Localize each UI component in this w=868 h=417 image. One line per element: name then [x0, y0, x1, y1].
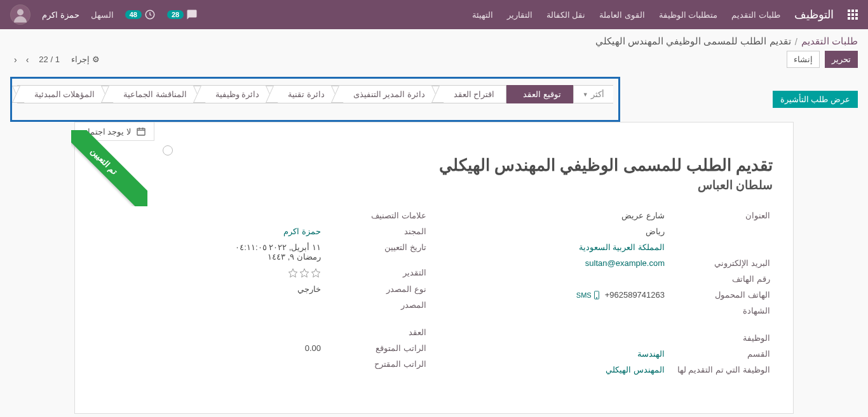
app-brand[interactable]: التوظيف: [794, 8, 834, 22]
label-phone: رقم الهاتف: [675, 274, 770, 284]
gear-icon: ⚙: [92, 55, 100, 64]
meeting-label: لا يوجد اجتماع: [83, 127, 131, 136]
label-tags: علامات التصنيف: [331, 211, 426, 220]
activity-indicator[interactable]: 48: [125, 9, 156, 20]
value-street: شارع عريض: [442, 211, 665, 220]
stage-contract-proposal[interactable]: اقتراح العقد: [437, 85, 506, 103]
nav-config[interactable]: التهيئة: [472, 10, 493, 20]
username-label[interactable]: حمزة اكرم: [42, 10, 79, 20]
nav-reports[interactable]: التقارير: [507, 10, 532, 20]
sms-link[interactable]: SMS: [576, 291, 600, 300]
svg-point-11: [17, 9, 24, 15]
edit-button[interactable]: تحرير: [825, 51, 858, 68]
stage-technical-dept[interactable]: دائرة تقنية: [271, 85, 336, 103]
stage-initial-qual[interactable]: المؤهلات المبدئية: [17, 85, 107, 103]
pager-prev[interactable]: ›: [22, 53, 33, 66]
applicant-name: سلطان العباس: [95, 178, 773, 192]
nav-job-reqs[interactable]: متطلبات الوظيفة: [659, 10, 718, 20]
easy-mode[interactable]: السهل: [91, 10, 114, 20]
label-proposed-salary: الراتب المقترح: [331, 359, 426, 369]
kanban-state-dot[interactable]: [163, 145, 173, 156]
pager-text: 1 / 22: [39, 55, 60, 64]
apps-icon[interactable]: [848, 10, 858, 20]
svg-rect-4: [851, 13, 854, 16]
svg-point-14: [596, 297, 597, 298]
breadcrumb-sep: /: [795, 36, 797, 47]
label-job: الوظيفة: [675, 333, 770, 343]
value-source-type: خارجي: [98, 284, 321, 294]
star-3[interactable]: [311, 268, 321, 278]
breadcrumb: طلبات التقديم / تقديم الطلب للمسمى الوظي…: [0, 29, 868, 48]
svg-rect-3: [848, 13, 850, 16]
value-city: رياض: [442, 227, 665, 236]
action-label: إجراء: [71, 55, 90, 64]
value-email[interactable]: sultan@example.com: [585, 258, 665, 268]
stage-bar: المؤهلات المبدئية المناقشة الجماعية دائر…: [10, 77, 620, 122]
stage-group-discussion[interactable]: المناقشة الجماعية: [107, 85, 198, 103]
nav-applications[interactable]: طلبات التقديم: [731, 10, 780, 20]
value-hire-date-hijri: رمضان ٩, ١٤٤٣: [98, 252, 321, 261]
label-applied-job: الوظيفة التي تم التقديم لها: [675, 365, 770, 374]
breadcrumb-current: تقديم الطلب للمسمى الوظيفي المهندس الهيك…: [595, 36, 791, 47]
svg-rect-5: [855, 13, 858, 16]
messaging-indicator[interactable]: 28: [167, 9, 198, 20]
value-country[interactable]: المملكة العربية السعودية: [579, 242, 665, 252]
action-menu[interactable]: ⚙ إجراء: [71, 55, 100, 64]
label-source: المصدر: [331, 300, 426, 310]
svg-rect-12: [137, 128, 145, 135]
label-mobile: الهاتف المحمول: [675, 290, 770, 300]
nav-sponsorship[interactable]: نقل الكفالة: [546, 10, 586, 20]
value-applied-job[interactable]: المهندس الهيكلي: [606, 365, 665, 374]
value-recruiter[interactable]: حمزة اكرم: [283, 227, 321, 236]
value-mobile: +962589741263: [605, 290, 665, 300]
caret-down-icon: ▼: [583, 91, 588, 98]
svg-rect-0: [848, 10, 850, 12]
visa-request-button[interactable]: عرض طلب التأشيرة: [773, 91, 858, 108]
messaging-count: 28: [167, 10, 184, 19]
value-hire-date-greg: ١١ أبريل, ٢٠٢٢ ٠٤:١١:٠٥: [98, 242, 321, 252]
label-source-type: نوع المصدر: [331, 284, 426, 294]
record-title: تقديم الطلب للمسمى الوظيفي المهندس الهيك…: [95, 156, 773, 175]
value-dept[interactable]: الهندسة: [637, 349, 665, 359]
calendar-icon: [136, 126, 146, 136]
stage-exec-dept[interactable]: دائرة المدير التنفيذى: [337, 85, 437, 103]
label-contract: العقد: [331, 328, 426, 337]
meeting-button[interactable]: لا يوجد اجتماع: [74, 122, 154, 141]
label-expected-salary: الراتب المتوقع: [331, 343, 426, 353]
svg-rect-6: [848, 17, 850, 20]
star-2[interactable]: [299, 268, 309, 278]
create-button[interactable]: إنشاء: [787, 51, 820, 68]
stage-contract-sign[interactable]: توقيع العقد: [506, 85, 573, 103]
svg-rect-2: [855, 10, 858, 12]
value-expected-salary: 0.00: [305, 343, 321, 353]
svg-rect-7: [851, 17, 854, 20]
stage-functional-dept[interactable]: دائرة وظيفية: [199, 85, 271, 103]
activity-count: 48: [125, 10, 142, 19]
label-address: العنوان: [675, 211, 770, 220]
nav-workforce[interactable]: القوى العاملة: [599, 10, 645, 20]
mobile-icon: [593, 291, 600, 300]
stage-more[interactable]: أكثر▼: [573, 85, 613, 103]
label-hire-date: تاريخ التعيين: [331, 242, 426, 252]
form-sheet: لا يوجد اجتماع تم التعيين تقديم الطلب لل…: [74, 122, 794, 414]
pager-next[interactable]: ‹: [10, 53, 21, 66]
rating-stars[interactable]: [98, 268, 321, 278]
svg-rect-1: [851, 10, 854, 12]
label-email: البريد الإلكتروني: [675, 258, 770, 268]
label-degree: الشهادة: [675, 306, 770, 315]
avatar[interactable]: [10, 4, 31, 25]
breadcrumb-root[interactable]: طلبات التقديم: [801, 36, 858, 47]
label-dept: القسم: [675, 349, 770, 359]
label-rating: التقدير: [331, 268, 426, 277]
label-recruiter: المجند: [331, 227, 426, 236]
svg-rect-8: [855, 17, 858, 20]
star-1[interactable]: [288, 268, 298, 278]
